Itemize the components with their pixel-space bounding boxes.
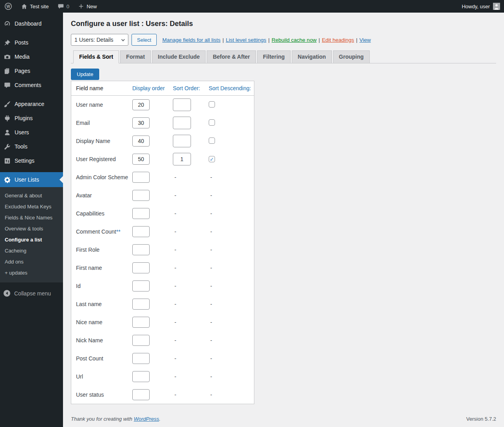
- tab-before-after[interactable]: Before & After: [207, 50, 256, 63]
- sidebar-item-dashboard[interactable]: Dashboard: [0, 17, 63, 31]
- tab-navigation[interactable]: Navigation: [292, 50, 332, 63]
- sidebar-item-appearance[interactable]: Appearance: [0, 97, 63, 111]
- sidebar-item-posts[interactable]: Posts: [0, 35, 63, 50]
- display-order-input[interactable]: [132, 335, 150, 346]
- wordpress-menu-button[interactable]: W: [0, 0, 17, 13]
- sort-descending-dash: -: [209, 319, 212, 325]
- sort-order-dash: -: [173, 247, 176, 253]
- select-button[interactable]: Select: [132, 34, 157, 46]
- display-order-input[interactable]: [132, 136, 150, 147]
- sort-descending-dash: -: [209, 174, 212, 180]
- sort-descending-checkbox[interactable]: [209, 101, 215, 108]
- submenu-item-cacheing[interactable]: Cacheing: [0, 245, 63, 256]
- sort-order-dash: -: [173, 355, 176, 362]
- submenu-item-fields-nice-names[interactable]: Fields & Nice Names: [0, 212, 63, 223]
- sidebar-item-settings[interactable]: Settings: [0, 154, 63, 168]
- submenu-item-excluded-meta-keys[interactable]: Excluded Meta Keys: [0, 201, 63, 212]
- display-order-input[interactable]: [132, 226, 150, 237]
- display-order-input[interactable]: [132, 353, 150, 364]
- action-link-view[interactable]: View: [359, 37, 371, 43]
- update-button[interactable]: Update: [71, 69, 99, 80]
- tab-fields-sort[interactable]: Fields & Sort: [73, 50, 119, 63]
- wordpress-link[interactable]: WordPress: [134, 416, 159, 422]
- display-order-input[interactable]: [132, 371, 150, 382]
- display-order-input[interactable]: [132, 317, 150, 328]
- sort-descending-cell: -: [209, 192, 254, 199]
- list-select-wrap: 1 Users: Details: [71, 34, 128, 46]
- sidebar-menu: DashboardPostsMediaPagesCommentsAppearan…: [0, 13, 63, 168]
- site-link[interactable]: Test site: [17, 0, 53, 13]
- sort-descending-dash: -: [209, 247, 212, 253]
- sidebar-item-label: Appearance: [15, 100, 44, 108]
- account-menu[interactable]: Howdy, user: [462, 3, 504, 10]
- sort-order-cell: [173, 117, 209, 129]
- comments-indicator[interactable]: 0: [53, 0, 74, 13]
- list-select[interactable]: 1 Users: Details: [71, 34, 128, 46]
- collapse-menu-button[interactable]: Collapse menu: [0, 286, 63, 301]
- submenu-item-general-about[interactable]: General & about: [0, 190, 63, 201]
- display-order-input[interactable]: [132, 244, 150, 255]
- media-icon: [3, 53, 11, 61]
- action-link-manage-fields-for-all-lists[interactable]: Manage fields for all lists: [162, 37, 220, 43]
- sort-order-input[interactable]: [173, 98, 191, 111]
- new-content-button[interactable]: New: [74, 0, 101, 13]
- sidebar-item-tools[interactable]: Tools: [0, 139, 63, 154]
- sidebar-item-label: Tools: [15, 143, 28, 150]
- link-separator: |: [319, 37, 320, 43]
- sort-descending-dash: -: [209, 192, 212, 199]
- sort-descending-dash: -: [209, 228, 212, 235]
- display-order-input[interactable]: [132, 299, 150, 310]
- sidebar-item-pages[interactable]: Pages: [0, 64, 63, 78]
- display-order-input[interactable]: [132, 262, 150, 273]
- list-controls: 1 Users: Details Select Manage fields fo…: [71, 34, 496, 46]
- display-order-input[interactable]: [132, 280, 150, 291]
- sidebar-item-label: Settings: [15, 157, 35, 164]
- tab-format[interactable]: Format: [120, 50, 150, 63]
- display-order-input[interactable]: [132, 172, 150, 183]
- sort-order-input[interactable]: [173, 153, 191, 165]
- sort-order-input[interactable]: [173, 135, 191, 147]
- action-link-rebuild-cache-now[interactable]: Rebuild cache now: [272, 37, 317, 43]
- display-order-input[interactable]: [132, 208, 150, 219]
- footer-thanks-suffix: .: [159, 416, 161, 422]
- display-order-cell: [132, 335, 173, 346]
- action-link-edit-headings[interactable]: Edit headings: [322, 37, 354, 43]
- sort-order-input[interactable]: [173, 117, 191, 129]
- table-row: User status--: [71, 386, 254, 404]
- display-order-input[interactable]: [132, 190, 150, 201]
- sidebar-item-comments[interactable]: Comments: [0, 78, 63, 92]
- sort-descending-checkbox[interactable]: ✓: [209, 156, 215, 162]
- sort-order-cell: -: [173, 228, 209, 235]
- submenu-item-add-ons[interactable]: Add ons: [0, 256, 63, 267]
- tab-filtering[interactable]: Filtering: [257, 50, 291, 63]
- field-name-label: Nice name: [71, 319, 132, 325]
- table-body: User nameEmailDisplay NameUser Registere…: [71, 96, 254, 404]
- submenu-item-configure-a-list[interactable]: Configure a list: [0, 234, 63, 245]
- sort-descending-checkbox[interactable]: [209, 137, 215, 144]
- sort-descending-dash: -: [209, 210, 212, 217]
- tools-icon: [3, 143, 11, 150]
- sort-descending-cell: [209, 119, 254, 127]
- action-link-list-level-settings[interactable]: List level settings: [226, 37, 266, 43]
- table-row: Display Name: [71, 132, 254, 150]
- display-order-input[interactable]: [132, 154, 150, 165]
- display-order-input[interactable]: [132, 99, 150, 110]
- sidebar-item-user-lists[interactable]: User Lists: [0, 172, 63, 187]
- display-order-input[interactable]: [132, 117, 150, 128]
- sort-descending-cell: -: [209, 319, 254, 325]
- sidebar-item-plugins[interactable]: Plugins: [0, 111, 63, 125]
- table-row: Last name--: [71, 295, 254, 313]
- sort-order-cell: -: [173, 174, 209, 180]
- sort-descending-checkbox[interactable]: [209, 119, 215, 126]
- tab-include-exclude[interactable]: Include Exclude: [152, 50, 206, 63]
- display-order-cell: [132, 99, 173, 110]
- submenu-item-overview-tools[interactable]: Overview & tools: [0, 223, 63, 234]
- sort-order-cell: -: [173, 192, 209, 199]
- display-order-input[interactable]: [132, 389, 150, 400]
- field-name-label: First Role: [71, 247, 132, 253]
- submenu-item-updates[interactable]: + updates: [0, 267, 63, 278]
- sidebar-item-users[interactable]: Users: [0, 125, 63, 139]
- comments-icon: [3, 81, 11, 89]
- sidebar-item-media[interactable]: Media: [0, 50, 63, 64]
- tab-grouping[interactable]: Grouping: [333, 50, 370, 63]
